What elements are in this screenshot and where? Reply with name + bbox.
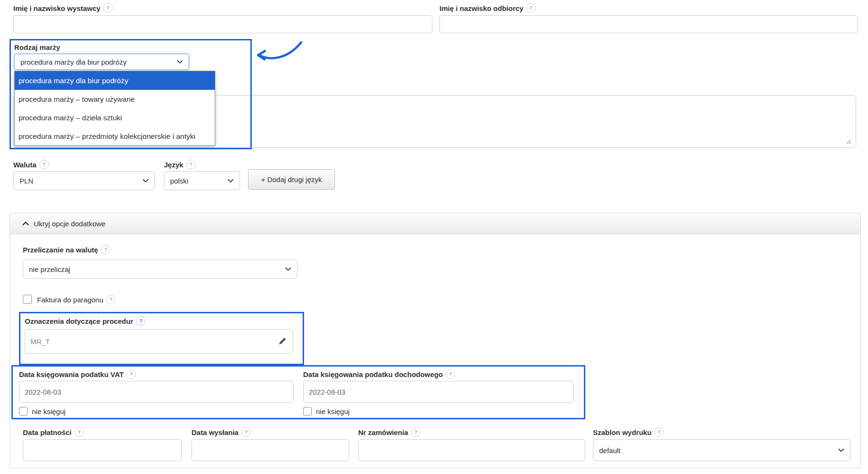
issuer-name-label-text: Imię i nazwisko wystawcy bbox=[13, 4, 100, 12]
payment-date-input[interactable] bbox=[23, 439, 182, 461]
vat-no-booking-checkbox[interactable] bbox=[19, 407, 28, 416]
chevron-down-icon bbox=[143, 179, 149, 183]
receipt-invoice-label-text: Faktura do paragonu bbox=[37, 296, 103, 304]
dropdown-option-travel-agencies[interactable]: procedura marży dla biur podróży bbox=[15, 71, 215, 90]
help-icon[interactable]: ? bbox=[136, 316, 145, 326]
currency-conversion-label: Przeliczanie na walutę ? bbox=[23, 244, 110, 255]
margin-type-select[interactable]: procedura marży dla biur podróży bbox=[14, 54, 189, 70]
print-template-select[interactable]: default bbox=[593, 439, 850, 461]
sent-date-label-text: Data wysłania bbox=[191, 428, 238, 436]
print-template-selected-value: default bbox=[599, 446, 620, 455]
procedure-markings-input[interactable] bbox=[25, 329, 293, 354]
help-icon[interactable]: ? bbox=[654, 427, 664, 437]
chevron-down-icon bbox=[838, 448, 844, 453]
help-icon[interactable]: ? bbox=[411, 427, 420, 437]
additional-options-toggle-label: Ukryj opcje dodatkowe bbox=[34, 220, 105, 228]
order-number-label: Nr zamówienia ? bbox=[358, 427, 420, 437]
recipient-name-label: Imię i nazwisko odbiorcy ? bbox=[439, 3, 536, 13]
procedure-markings-label-text: Oznaczenia dotyczące procedur bbox=[25, 317, 133, 325]
income-tax-no-booking-checkbox-label: nie księguj bbox=[316, 406, 350, 416]
help-icon[interactable]: ? bbox=[106, 295, 115, 304]
currency-selected-value: PLN bbox=[19, 177, 33, 185]
help-icon[interactable]: ? bbox=[75, 427, 84, 437]
help-icon[interactable]: ? bbox=[446, 369, 455, 379]
income-tax-booking-date-input[interactable] bbox=[303, 381, 574, 403]
income-tax-booking-date-label: Data księgowania podatku dochodowego ? bbox=[303, 369, 455, 379]
receipt-invoice-checkbox-label: Faktura do paragonu ? bbox=[37, 294, 115, 305]
help-icon[interactable]: ? bbox=[39, 160, 49, 169]
help-icon[interactable]: ? bbox=[103, 3, 113, 13]
chevron-down-icon bbox=[228, 179, 234, 183]
margin-type-label: Rodzaj marży bbox=[14, 42, 60, 52]
currency-conversion-select[interactable]: nie przeliczaj bbox=[23, 260, 297, 279]
margin-type-selected-value: procedura marży dla biur podróży bbox=[20, 58, 126, 66]
help-icon[interactable]: ? bbox=[101, 245, 110, 254]
help-icon[interactable]: ? bbox=[126, 369, 136, 379]
margin-type-label-text: Rodzaj marży bbox=[14, 43, 60, 51]
currency-label-text: Waluta bbox=[13, 161, 37, 169]
help-icon[interactable]: ? bbox=[186, 160, 196, 169]
currency-select[interactable]: PLN bbox=[13, 171, 155, 190]
sent-date-label: Data wysłania ? bbox=[191, 427, 251, 437]
payment-date-label: Data płatności ? bbox=[23, 427, 84, 437]
vat-no-booking-label-text: nie księguj bbox=[32, 407, 66, 416]
print-template-label: Szablon wydruku ? bbox=[593, 427, 664, 437]
dropdown-option-works-of-art[interactable]: procedura marży – dzieła sztuki bbox=[15, 108, 215, 127]
margin-type-dropdown-list: procedura marży dla biur podróży procedu… bbox=[14, 71, 215, 146]
language-label-text: Język bbox=[164, 161, 183, 169]
help-icon[interactable]: ? bbox=[526, 3, 536, 13]
order-number-input[interactable] bbox=[358, 439, 585, 461]
procedure-markings-label: Oznaczenia dotyczące procedur ? bbox=[25, 316, 145, 326]
add-second-language-button[interactable]: + Dodaj drugi język bbox=[248, 169, 335, 190]
currency-label: Waluta ? bbox=[13, 159, 49, 170]
payment-date-label-text: Data płatności bbox=[23, 428, 72, 436]
invoice-form: Imię i nazwisko wystawcy ? Imię i nazwis… bbox=[0, 0, 868, 474]
income-tax-no-booking-label-text: nie księguj bbox=[316, 407, 350, 416]
language-selected-value: polski bbox=[170, 177, 188, 185]
dropdown-option-used-goods[interactable]: procedura marży – towary używane bbox=[15, 90, 215, 108]
sent-date-input[interactable] bbox=[191, 439, 349, 461]
receipt-invoice-checkbox[interactable] bbox=[23, 295, 32, 304]
issuer-name-label: Imię i nazwisko wystawcy ? bbox=[13, 3, 113, 13]
dropdown-option-collectibles-antiques[interactable]: procedura marży – przedmioty kolekcjoner… bbox=[15, 127, 215, 145]
currency-conversion-selected-value: nie przeliczaj bbox=[29, 265, 70, 273]
help-icon[interactable]: ? bbox=[241, 427, 251, 437]
curved-arrow-annotation-icon bbox=[255, 39, 306, 65]
language-select[interactable]: polski bbox=[164, 171, 240, 190]
vat-booking-date-label: Data księgowania podatku VAT ? bbox=[19, 369, 136, 379]
print-template-label-text: Szablon wydruku bbox=[593, 428, 651, 436]
currency-conversion-label-text: Przeliczanie na walutę bbox=[23, 246, 98, 254]
income-tax-booking-date-label-text: Data księgowania podatku dochodowego bbox=[303, 370, 443, 378]
chevron-down-icon bbox=[285, 267, 291, 271]
income-tax-no-booking-checkbox[interactable] bbox=[303, 407, 312, 416]
pencil-icon[interactable] bbox=[278, 337, 286, 345]
vat-no-booking-checkbox-label: nie księguj bbox=[32, 406, 66, 416]
issuer-name-input[interactable] bbox=[13, 15, 432, 33]
language-label: Język ? bbox=[164, 159, 196, 170]
recipient-name-label-text: Imię i nazwisko odbiorcy bbox=[439, 4, 524, 12]
additional-options-toggle[interactable]: Ukryj opcje dodatkowe bbox=[10, 213, 861, 234]
vat-booking-date-input[interactable] bbox=[19, 381, 294, 403]
order-number-label-text: Nr zamówienia bbox=[358, 428, 408, 436]
vat-booking-date-label-text: Data księgowania podatku VAT bbox=[19, 370, 124, 378]
chevron-up-icon bbox=[22, 222, 29, 226]
chevron-down-icon bbox=[177, 60, 183, 64]
resize-handle-icon[interactable] bbox=[846, 139, 851, 145]
recipient-name-input[interactable] bbox=[439, 15, 858, 33]
